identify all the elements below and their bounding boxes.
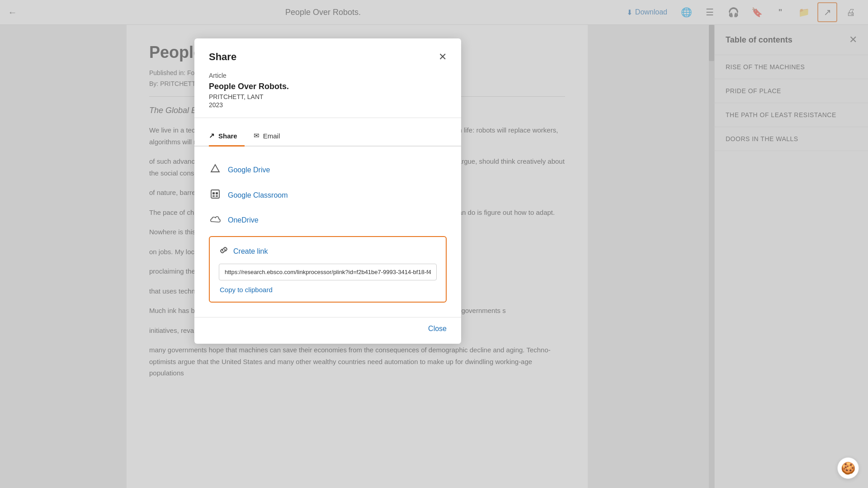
tab-share-label: Share xyxy=(218,132,237,140)
share-modal: Share ✕ Article People Over Robots. PRIT… xyxy=(194,38,461,344)
onedrive-label: OneDrive xyxy=(228,216,259,224)
google-drive-option[interactable]: Google Drive xyxy=(209,157,447,183)
tab-email[interactable]: ✉ Email xyxy=(254,126,288,147)
cookie-button[interactable]: 🍪 xyxy=(837,457,859,479)
svg-rect-5 xyxy=(216,195,218,197)
modal-content: Google Drive Google Classroom xyxy=(194,147,461,313)
cookie-icon: 🍪 xyxy=(841,461,855,475)
google-classroom-option[interactable]: Google Classroom xyxy=(209,183,447,208)
create-link-header: Create link xyxy=(219,245,437,257)
google-classroom-icon xyxy=(209,189,222,202)
google-drive-label: Google Drive xyxy=(228,166,270,174)
copy-clipboard-button[interactable]: Copy to clipboard xyxy=(219,286,437,294)
modal-footer: Close xyxy=(194,317,461,344)
create-link-section: Create link Copy to clipboard xyxy=(209,236,447,303)
onedrive-option[interactable]: OneDrive xyxy=(209,208,447,232)
link-icon xyxy=(219,245,229,257)
modal-article-info: Article People Over Robots. PRITCHETT, L… xyxy=(194,72,461,118)
tab-email-label: Email xyxy=(263,132,280,140)
svg-marker-0 xyxy=(211,165,219,172)
modal-overlay[interactable]: Share ✕ Article People Over Robots. PRIT… xyxy=(0,0,868,488)
google-classroom-label: Google Classroom xyxy=(228,191,288,199)
modal-article-author: PRITCHETT, LANT xyxy=(209,93,447,100)
create-link-label[interactable]: Create link xyxy=(233,247,268,256)
modal-close-button[interactable]: ✕ xyxy=(439,51,447,63)
link-url-input[interactable] xyxy=(219,264,437,280)
modal-tabs: ↗ Share ✉ Email xyxy=(194,125,461,147)
modal-title: Share xyxy=(209,51,236,63)
svg-rect-1 xyxy=(211,190,219,198)
tab-email-icon: ✉ xyxy=(254,132,259,140)
svg-rect-4 xyxy=(212,195,215,197)
modal-close-btn[interactable]: Close xyxy=(428,325,447,333)
onedrive-icon xyxy=(209,214,222,226)
modal-article-type: Article xyxy=(209,72,447,79)
modal-article-title: People Over Robots. xyxy=(209,82,447,91)
modal-article-year: 2023 xyxy=(209,101,447,109)
svg-rect-3 xyxy=(216,192,218,194)
svg-rect-2 xyxy=(212,192,215,194)
tab-share-icon: ↗ xyxy=(209,132,215,140)
google-drive-icon xyxy=(209,164,222,176)
modal-header: Share ✕ xyxy=(194,38,461,72)
tab-share[interactable]: ↗ Share xyxy=(209,126,245,147)
